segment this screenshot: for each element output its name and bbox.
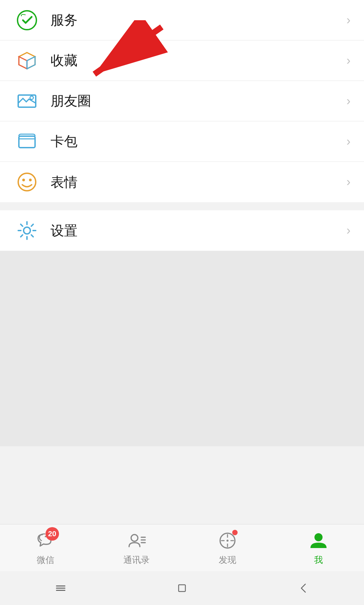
menu-item-services[interactable]: 服务 › (0, 0, 364, 40)
svg-rect-38 (56, 590, 65, 591)
nav-item-contacts[interactable]: 通讯录 (91, 524, 182, 571)
services-chevron: › (346, 13, 351, 27)
menu-item-favorites[interactable]: 收藏 › (0, 40, 364, 81)
android-menu-btn[interactable] (47, 578, 74, 598)
nav-item-me[interactable]: 我 (273, 524, 364, 571)
svg-line-21 (21, 224, 23, 226)
svg-marker-8 (19, 57, 27, 69)
nav-item-discover[interactable]: 发现 (182, 524, 273, 571)
moments-icon (13, 88, 40, 115)
svg-rect-37 (56, 588, 65, 589)
svg-point-13 (18, 173, 36, 191)
emotions-label: 表情 (51, 173, 346, 191)
moments-chevron: › (346, 94, 351, 108)
me-nav-label: 我 (314, 554, 323, 566)
emotions-icon (13, 169, 40, 195)
contacts-icon (126, 530, 147, 551)
svg-point-11 (30, 96, 33, 99)
android-back-btn[interactable] (290, 578, 317, 598)
svg-line-24 (21, 235, 23, 237)
settings-chevron: › (346, 223, 351, 238)
contacts-nav-label: 通讯录 (123, 554, 150, 566)
wechat-badge: 20 (46, 527, 59, 541)
svg-marker-9 (27, 57, 35, 69)
main-content: 服务 › 收藏 › (0, 0, 364, 446)
bottom-navigation: 20 微信 通讯录 (0, 524, 364, 571)
compass-icon (217, 530, 238, 551)
menu-section-2: 设置 › (0, 210, 364, 251)
menu-item-emotions[interactable]: 表情 › (0, 162, 364, 202)
svg-point-25 (131, 535, 138, 541)
services-icon (13, 7, 40, 34)
svg-line-23 (31, 224, 33, 226)
wechat-nav-label: 微信 (37, 554, 54, 566)
settings-icon (13, 217, 40, 244)
favorites-chevron: › (346, 54, 351, 68)
android-home-btn[interactable] (169, 578, 195, 598)
gray-area (0, 251, 364, 446)
person-icon (308, 530, 329, 551)
nav-item-wechat[interactable]: 20 微信 (0, 524, 91, 571)
favorites-label: 收藏 (51, 51, 346, 70)
wallet-chevron: › (346, 134, 351, 149)
services-label: 服务 (51, 11, 346, 29)
svg-marker-7 (19, 53, 35, 61)
wallet-label: 卡包 (51, 132, 346, 151)
discover-dot (232, 530, 238, 535)
svg-rect-12 (19, 136, 35, 148)
moments-label: 朋友圈 (51, 92, 346, 110)
svg-point-2 (18, 11, 36, 30)
svg-line-22 (31, 235, 33, 237)
wallet-icon (13, 128, 40, 155)
svg-point-14 (22, 179, 25, 181)
svg-rect-39 (179, 585, 185, 592)
menu-section-1: 服务 › 收藏 › (0, 0, 364, 202)
settings-label: 设置 (51, 221, 346, 240)
svg-point-35 (314, 533, 323, 541)
svg-rect-36 (56, 585, 65, 586)
menu-item-moments[interactable]: 朋友圈 › (0, 81, 364, 121)
svg-point-15 (29, 179, 32, 181)
svg-point-16 (24, 227, 30, 234)
emotions-chevron: › (346, 175, 351, 189)
section-divider (0, 202, 364, 210)
discover-nav-label: 发现 (219, 554, 236, 566)
android-nav-bar (0, 571, 364, 605)
menu-item-wallet[interactable]: 卡包 › (0, 121, 364, 162)
favorites-icon (13, 47, 40, 74)
chat-icon: 20 (35, 530, 56, 551)
menu-item-settings[interactable]: 设置 › (0, 210, 364, 251)
svg-point-30 (226, 540, 229, 542)
